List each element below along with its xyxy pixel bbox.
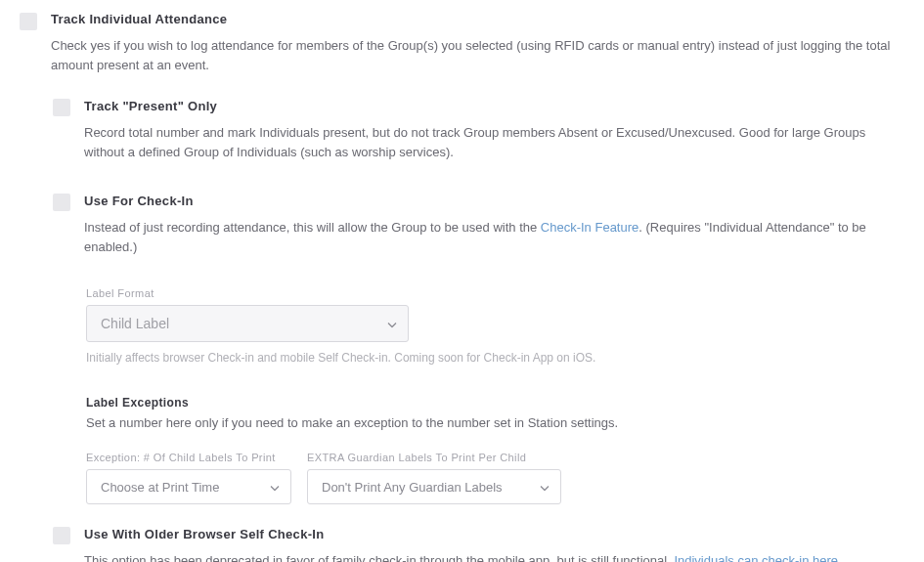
child-labels-select[interactable]: Choose at Print Time [86, 469, 291, 504]
older-browser-checkbox[interactable] [53, 527, 70, 544]
older-browser-link[interactable]: Individuals can check-in here. [674, 553, 841, 562]
label-exceptions-title: Label Exceptions [86, 396, 904, 410]
track-individual-desc: Check yes if you wish to log attendance … [51, 36, 904, 74]
child-labels-label: Exception: # Of Child Labels To Print [86, 452, 291, 463]
label-format-select[interactable]: Child Label [86, 305, 409, 342]
use-checkin-desc: Instead of just recording attendance, th… [84, 218, 904, 256]
older-browser-desc: This option has been deprecated in favor… [84, 551, 904, 562]
track-present-desc: Record total number and mark Individuals… [84, 123, 904, 161]
label-format-note: Initially affects browser Check-in and m… [86, 350, 904, 367]
label-format-label: Label Format [86, 287, 904, 299]
guardian-labels-select[interactable]: Don't Print Any Guardian Labels [307, 469, 561, 504]
track-present-checkbox[interactable] [53, 99, 70, 116]
use-checkin-title: Use For Check-In [84, 194, 904, 208]
use-checkin-desc-pre: Instead of just recording attendance, th… [84, 220, 541, 235]
checkin-feature-link[interactable]: Check-In Feature [541, 220, 638, 235]
guardian-labels-label: EXTRA Guardian Labels To Print Per Child [307, 452, 561, 463]
label-exceptions-desc: Set a number here only if you need to ma… [86, 415, 904, 430]
older-browser-title: Use With Older Browser Self Check-In [84, 527, 904, 541]
use-checkin-checkbox[interactable] [53, 194, 70, 211]
track-individual-title: Track Individual Attendance [51, 12, 904, 26]
track-present-title: Track "Present" Only [84, 99, 904, 113]
older-browser-desc-pre: This option has been deprecated in favor… [84, 553, 674, 562]
track-individual-checkbox[interactable] [20, 13, 37, 30]
